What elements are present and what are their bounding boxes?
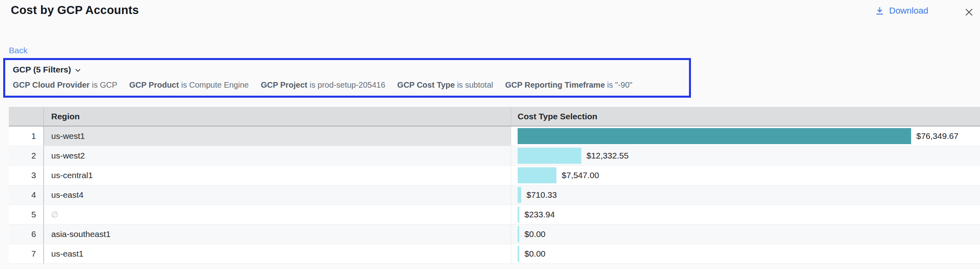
table-row: 5 ∅ $233.94: [9, 205, 980, 225]
region-cell[interactable]: us-west2: [44, 146, 511, 165]
cost-column-header[interactable]: Cost Type Selection: [511, 107, 980, 126]
corner-header-cell: [9, 107, 44, 126]
cost-bar[interactable]: [518, 128, 911, 144]
download-label: Download: [889, 6, 928, 16]
region-cell[interactable]: us-central1: [44, 166, 511, 185]
filter-condition: is GCP: [90, 80, 117, 89]
cost-by-gcp-accounts-panel: Cost by GCP Accounts Download Back GCP (…: [0, 0, 980, 269]
cost-cell: $7,547.00: [511, 166, 980, 185]
download-button[interactable]: Download: [875, 6, 928, 16]
cost-value: $233.94: [524, 210, 555, 219]
close-icon: [964, 7, 974, 17]
table-row: 7 us-east1 $0.00: [9, 244, 980, 264]
table-row: 6 asia-southeast1 $0.00: [9, 225, 980, 244]
chevron-down-icon: [74, 67, 81, 74]
region-cell[interactable]: us-west1: [44, 126, 511, 146]
filters-box: GCP (5 Filters) GCP Cloud Provider is GC…: [3, 58, 691, 98]
table-header: Region Cost Type Selection: [9, 107, 980, 126]
filter-token[interactable]: GCP Reporting Timeframe is "-90": [505, 80, 633, 90]
filter-token[interactable]: GCP Cost Type is subtotal: [397, 80, 493, 90]
row-number: 4: [9, 185, 44, 205]
close-button[interactable]: [962, 6, 975, 18]
cost-value: $0.00: [524, 229, 546, 239]
filter-condition: is prod-setup-205416: [307, 80, 386, 89]
cost-cell: $233.94: [511, 205, 980, 224]
table-body: 1 us-west1 $76,349.67 2 us-west2 $12,332…: [9, 126, 980, 264]
row-number: 7: [9, 244, 44, 263]
cost-value: $0.00: [524, 249, 546, 259]
filter-token[interactable]: GCP Project is prod-setup-205416: [261, 80, 385, 90]
row-number: 3: [9, 166, 44, 185]
cost-cell: $710.33: [511, 185, 980, 205]
region-cell[interactable]: ∅: [44, 205, 511, 224]
filter-field: GCP Project: [261, 80, 307, 89]
region-cell[interactable]: us-east1: [44, 244, 511, 263]
table-row: 1 us-west1 $76,349.67: [9, 126, 980, 146]
cost-value: $7,547.00: [562, 171, 599, 180]
download-icon: [875, 6, 884, 16]
table-row: 2 us-west2 $12,332.55: [9, 146, 980, 166]
cost-bar[interactable]: [518, 207, 519, 223]
region-cell[interactable]: asia-southeast1: [44, 225, 511, 244]
cost-value: $12,332.55: [586, 151, 629, 161]
filter-condition: is subtotal: [455, 80, 493, 89]
cost-cell: $76,349.67: [511, 126, 980, 146]
row-number: 5: [9, 205, 44, 224]
filters-summary-toggle[interactable]: GCP (5 Filters): [13, 65, 81, 74]
cost-cell: $12,332.55: [511, 146, 980, 165]
table-row: 3 us-central1 $7,547.00: [9, 166, 980, 185]
row-number: 6: [9, 225, 44, 244]
cost-bar[interactable]: [518, 246, 519, 262]
cost-cell: $0.00: [511, 225, 980, 244]
table-row: 4 us-east4 $710.33: [9, 185, 980, 205]
filters-summary-label: GCP (5 Filters): [13, 65, 71, 74]
filters-row: GCP Cloud Provider is GCP GCP Product is…: [13, 80, 689, 90]
cost-bar[interactable]: [518, 187, 521, 203]
cost-bar[interactable]: [518, 148, 581, 164]
region-cell[interactable]: us-east4: [44, 185, 511, 205]
row-number: 1: [9, 126, 44, 146]
filter-condition: is Compute Engine: [179, 80, 249, 89]
cost-cell: $0.00: [511, 244, 980, 263]
filter-token[interactable]: GCP Product is Compute Engine: [129, 80, 249, 90]
data-table: Region Cost Type Selection 1 us-west1 $7…: [9, 107, 980, 264]
filter-condition: is "-90": [605, 80, 633, 89]
filter-field: GCP Reporting Timeframe: [505, 80, 605, 89]
row-number: 2: [9, 146, 44, 165]
cost-bar[interactable]: [518, 226, 519, 242]
cost-value: $710.33: [526, 190, 557, 200]
filter-token[interactable]: GCP Cloud Provider is GCP: [13, 80, 117, 90]
region-column-header[interactable]: Region: [44, 107, 511, 126]
cost-bar[interactable]: [518, 167, 556, 183]
filter-field: GCP Cloud Provider: [13, 80, 90, 89]
filter-field: GCP Cost Type: [397, 80, 455, 89]
back-link[interactable]: Back: [9, 46, 28, 55]
filter-field: GCP Product: [129, 80, 179, 89]
cost-value: $76,349.67: [916, 131, 958, 141]
page-title: Cost by GCP Accounts: [11, 4, 139, 17]
